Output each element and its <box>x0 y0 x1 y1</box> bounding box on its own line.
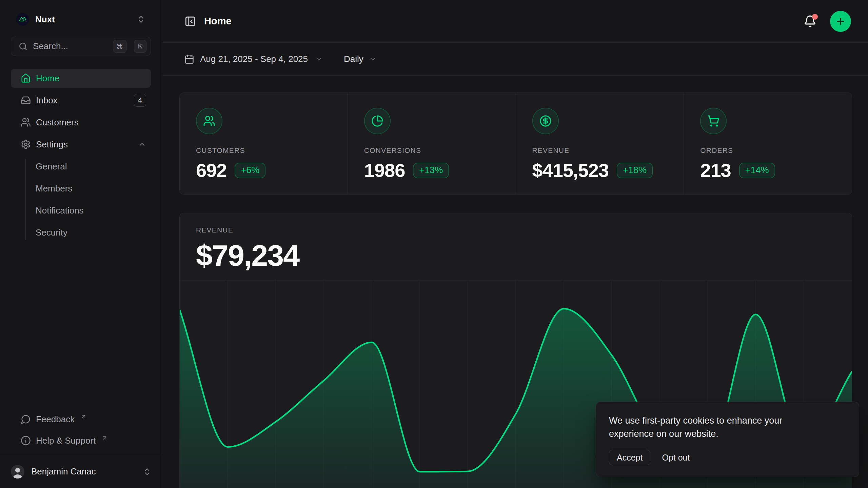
sidebar-item-label: Inbox <box>36 95 58 106</box>
circle-dollar-icon <box>532 108 559 134</box>
external-link-icon <box>101 435 108 441</box>
stat-value: 1986 <box>364 159 405 181</box>
sidebar-item-security[interactable]: Security <box>11 223 151 242</box>
search-placeholder: Search... <box>33 41 107 52</box>
message-circle-icon <box>21 414 31 424</box>
sidebar-nav: Home Inbox 4 Customers <box>11 69 151 242</box>
team-switcher[interactable]: Nuxt <box>11 9 151 29</box>
calendar-icon <box>184 54 194 64</box>
sidebar-item-notifications[interactable]: Notifications <box>11 201 151 220</box>
add-button[interactable] <box>830 11 851 32</box>
stat-card-customers: CUSTOMERS 692 +6% <box>180 93 348 194</box>
sub-item-label: Notifications <box>36 205 84 216</box>
page-title: Home <box>204 16 232 27</box>
period-label: Daily <box>344 54 363 64</box>
info-icon <box>21 435 31 446</box>
revenue-chart-value: $79,234 <box>196 238 835 273</box>
chevrons-up-down-icon <box>137 15 145 24</box>
chevron-down-icon <box>315 55 323 63</box>
users-icon <box>196 108 222 134</box>
sidebar-item-label: Customers <box>36 117 79 128</box>
period-select[interactable]: Daily <box>344 54 377 64</box>
sidebar-item-members[interactable]: Members <box>11 179 151 198</box>
cookie-message: We use first-party cookies to enhance yo… <box>609 414 816 441</box>
date-range-picker[interactable]: Aug 21, 2025 - Sep 4, 2025 <box>184 54 323 64</box>
help-support-label: Help & Support <box>36 435 96 446</box>
stat-card-revenue: REVENUE $415,523 +18% <box>516 93 684 194</box>
user-menu[interactable]: Benjamin Canac <box>0 455 162 488</box>
nuxt-logo-icon <box>16 13 29 26</box>
stat-value: 213 <box>700 159 731 181</box>
stat-label: REVENUE <box>532 146 668 155</box>
sidebar-footer: Feedback Help & Support <box>0 410 162 450</box>
kbd-k: K <box>134 40 146 53</box>
chevron-up-icon <box>138 140 146 148</box>
stat-label: CUSTOMERS <box>196 146 331 155</box>
page-header: Home <box>162 0 868 43</box>
panel-left-close-icon[interactable] <box>184 16 196 27</box>
stat-value: $415,523 <box>532 159 609 181</box>
pie-chart-icon <box>364 108 391 134</box>
stat-delta-badge: +14% <box>739 163 775 178</box>
sidebar-item-settings[interactable]: Settings <box>11 135 151 154</box>
revenue-chart-label: REVENUE <box>196 226 835 234</box>
avatar <box>11 465 24 479</box>
stat-delta-badge: +18% <box>617 163 653 178</box>
sidebar-item-general[interactable]: General <box>11 157 151 176</box>
sub-item-label: Members <box>36 183 72 194</box>
shopping-cart-icon <box>700 108 727 134</box>
search-icon <box>19 42 27 51</box>
stat-card-conversions: CONVERSIONS 1986 +13% <box>348 93 516 194</box>
settings-submenu: General Members Notifications Security <box>11 157 151 242</box>
notification-dot <box>812 14 818 20</box>
inbox-count-badge: 4 <box>134 94 146 107</box>
stat-value: 692 <box>196 159 226 181</box>
cookie-banner: We use first-party cookies to enhance yo… <box>596 402 859 477</box>
stat-delta-badge: +6% <box>235 163 265 178</box>
cookie-accept-button[interactable]: Accept <box>609 450 650 465</box>
feedback-label: Feedback <box>36 414 75 425</box>
sub-item-label: General <box>36 161 67 172</box>
filters-toolbar: Aug 21, 2025 - Sep 4, 2025 Daily <box>162 43 868 76</box>
home-icon <box>21 73 31 83</box>
sidebar-item-inbox[interactable]: Inbox 4 <box>11 91 151 110</box>
stat-label: CONVERSIONS <box>364 146 499 155</box>
header-actions <box>804 11 851 32</box>
help-support-link[interactable]: Help & Support <box>11 431 151 450</box>
sidebar: Nuxt Search... ⌘ K Home <box>0 0 162 488</box>
team-name: Nuxt <box>35 14 131 25</box>
stat-label: ORDERS <box>700 146 835 155</box>
cookie-optout-button[interactable]: Opt out <box>662 453 690 463</box>
kbd-meta: ⌘ <box>113 40 126 53</box>
users-icon <box>21 117 31 127</box>
sidebar-item-label: Home <box>36 73 59 84</box>
search-input[interactable]: Search... ⌘ K <box>11 37 151 56</box>
feedback-link[interactable]: Feedback <box>11 410 151 429</box>
user-name: Benjamin Canac <box>30 466 137 477</box>
sidebar-item-label: Settings <box>36 139 68 150</box>
stat-delta-badge: +13% <box>413 163 449 178</box>
sub-item-label: Security <box>36 227 67 238</box>
sidebar-item-home[interactable]: Home <box>11 69 151 88</box>
chevrons-up-down-icon <box>143 467 152 476</box>
external-link-icon <box>80 413 87 420</box>
sidebar-item-customers[interactable]: Customers <box>11 113 151 132</box>
gear-icon <box>21 139 31 149</box>
inbox-icon <box>21 95 31 105</box>
stats-row: CUSTOMERS 692 +6% CONVERSIONS 1986 +13% <box>179 93 852 195</box>
chevron-down-icon <box>369 55 377 63</box>
stat-card-orders: ORDERS 213 +14% <box>684 93 852 194</box>
date-range-label: Aug 21, 2025 - Sep 4, 2025 <box>200 54 308 64</box>
notifications-button[interactable] <box>804 15 816 28</box>
